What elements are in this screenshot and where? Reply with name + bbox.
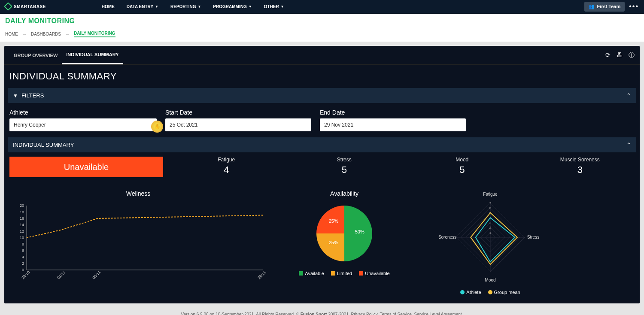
print-icon[interactable]: 🖶 bbox=[617, 51, 623, 59]
start-date-field: Start Date bbox=[165, 109, 311, 131]
summary-body: Unavailable Fatigue 4 Stress 5 Mood 5 Mu… bbox=[4, 152, 640, 303]
breadcrumb-current: DAILY MONITORING bbox=[74, 31, 115, 37]
chevron-down-icon: ▼ bbox=[155, 5, 158, 9]
nav-reporting[interactable]: REPORTING▼ bbox=[166, 0, 205, 13]
svg-text:29/11: 29/11 bbox=[257, 270, 267, 280]
breadcrumb: HOME → DASHBOARDS → DAILY MONITORING bbox=[0, 28, 644, 42]
chevron-down-icon: ▼ bbox=[249, 5, 252, 9]
svg-text:Fatigue: Fatigue bbox=[483, 192, 498, 197]
athlete-label: Athlete bbox=[9, 109, 157, 116]
athlete-field: Athlete ✋ bbox=[9, 109, 157, 131]
svg-text:10: 10 bbox=[20, 236, 24, 240]
team-selector-button[interactable]: 👥 First Team bbox=[584, 2, 625, 12]
section-title: INDIVIDUAL SUMMARY bbox=[4, 65, 640, 88]
availability-pie-svg: 50%25%25% bbox=[301, 201, 387, 266]
end-date-label: End Date bbox=[320, 109, 466, 116]
svg-text:7: 7 bbox=[489, 201, 492, 205]
dashboard-panel: GROUP OVERVIEW INDIVIDUAL SUMMARY ⟳ 🖶 ⓘ … bbox=[4, 46, 640, 303]
svg-text:01/11: 01/11 bbox=[56, 270, 66, 280]
nav-home[interactable]: HOME bbox=[97, 0, 119, 13]
nav-data-entry[interactable]: DATA ENTRY▼ bbox=[122, 0, 163, 13]
tab-action-icons: ⟳ 🖶 ⓘ bbox=[605, 51, 635, 59]
chevron-up-icon: ⌃ bbox=[626, 142, 631, 148]
info-icon[interactable]: ⓘ bbox=[629, 51, 635, 59]
svg-text:Soreness: Soreness bbox=[438, 235, 456, 239]
chevron-down-icon: ▼ bbox=[281, 5, 284, 9]
svg-text:25%: 25% bbox=[329, 218, 338, 224]
breadcrumb-dashboards[interactable]: DASHBOARDS bbox=[31, 32, 61, 36]
metric-mood: Mood 5 bbox=[407, 157, 517, 176]
svg-text:20: 20 bbox=[20, 203, 24, 208]
summary-header[interactable]: INDIVIDUAL SUMMARY ⌃ bbox=[8, 137, 636, 152]
page-title: DAILY MONITORING bbox=[5, 17, 639, 25]
tab-individual-summary[interactable]: INDIVIDUAL SUMMARY bbox=[62, 46, 123, 64]
svg-text:12: 12 bbox=[20, 229, 24, 233]
footer: Version 6.9.06 on 10-September-2021. All… bbox=[0, 308, 644, 315]
footer-terms-link[interactable]: Terms of Service. bbox=[380, 312, 413, 315]
breadcrumb-sep: → bbox=[22, 32, 27, 36]
radar-legend: Athlete Group mean bbox=[422, 290, 559, 295]
svg-text:6: 6 bbox=[489, 206, 492, 210]
people-icon: 👥 bbox=[589, 4, 595, 9]
more-menu-icon[interactable]: ••• bbox=[629, 3, 639, 10]
svg-text:14: 14 bbox=[20, 223, 24, 227]
logo-icon bbox=[4, 2, 12, 11]
svg-text:1: 1 bbox=[489, 231, 492, 235]
topnav: HOME DATA ENTRY▼ REPORTING▼ PROGRAMMING▼… bbox=[97, 0, 289, 13]
svg-text:50%: 50% bbox=[355, 229, 365, 234]
metric-fatigue: Fatigue 4 bbox=[172, 157, 281, 176]
svg-text:18: 18 bbox=[20, 210, 24, 214]
brand-text: SMARTABASE bbox=[14, 4, 46, 9]
svg-text:2: 2 bbox=[22, 261, 24, 266]
start-date-label: Start Date bbox=[165, 109, 311, 116]
svg-text:8: 8 bbox=[22, 242, 24, 246]
breadcrumb-sep: → bbox=[65, 32, 70, 36]
wellness-line-svg: 0246810121416182028/1001/1105/1129/11 bbox=[9, 201, 267, 283]
refresh-icon[interactable]: ⟳ bbox=[605, 51, 611, 59]
svg-text:0: 0 bbox=[22, 268, 24, 272]
metric-stress: Stress 5 bbox=[290, 157, 399, 176]
topbar: SMARTABASE HOME DATA ENTRY▼ REPORTING▼ P… bbox=[0, 0, 644, 14]
end-date-input[interactable] bbox=[320, 118, 466, 131]
athlete-input[interactable] bbox=[9, 118, 157, 131]
filter-icon: ▼ bbox=[13, 93, 18, 99]
brand-logo[interactable]: SMARTABASE bbox=[5, 3, 46, 9]
svg-text:Stress: Stress bbox=[527, 235, 539, 239]
wellness-chart: Wellness 0246810121416182028/1001/1105/1… bbox=[9, 190, 267, 285]
chevron-up-icon: ⌃ bbox=[626, 92, 631, 99]
end-date-field: End Date bbox=[320, 109, 466, 131]
breadcrumb-home[interactable]: HOME bbox=[5, 32, 18, 36]
status-tile: Unavailable bbox=[9, 157, 163, 177]
filters-header[interactable]: ▼ FILTERS ⌃ bbox=[8, 88, 636, 103]
metrics-row: Unavailable Fatigue 4 Stress 5 Mood 5 Mu… bbox=[9, 157, 635, 177]
metric-soreness: Muscle Soreness 3 bbox=[526, 157, 635, 176]
svg-text:2: 2 bbox=[489, 226, 492, 230]
nav-programming[interactable]: PROGRAMMING▼ bbox=[209, 0, 256, 13]
charts-row: Wellness 0246810121416182028/1001/1105/1… bbox=[9, 190, 635, 295]
svg-text:6: 6 bbox=[22, 248, 24, 253]
footer-privacy-link[interactable]: Privacy Policy. bbox=[351, 312, 379, 315]
svg-text:25%: 25% bbox=[329, 240, 338, 245]
page-title-bar: DAILY MONITORING bbox=[0, 14, 644, 28]
svg-text:4: 4 bbox=[22, 255, 24, 259]
svg-text:05/11: 05/11 bbox=[91, 270, 101, 280]
start-date-input[interactable] bbox=[165, 118, 311, 131]
availability-legend: Available Limited Unavailable bbox=[280, 271, 409, 276]
dashboard-tabs: GROUP OVERVIEW INDIVIDUAL SUMMARY ⟳ 🖶 ⓘ bbox=[4, 46, 640, 65]
svg-text:16: 16 bbox=[20, 216, 24, 221]
filters-body: Athlete ✋ Start Date End Date bbox=[4, 103, 640, 137]
svg-text:Mood: Mood bbox=[485, 278, 495, 282]
availability-chart: Availability 50%25%25% Available Limited… bbox=[280, 190, 409, 276]
nav-other[interactable]: OTHER▼ bbox=[260, 0, 289, 13]
footer-sla-link[interactable]: Service Level Agreement. bbox=[414, 312, 463, 315]
radar-chart: 1234567FatigueStressMoodSoreness Athlete… bbox=[422, 190, 559, 295]
chevron-down-icon: ▼ bbox=[197, 5, 201, 9]
radar-svg: 1234567FatigueStressMoodSoreness bbox=[422, 190, 559, 285]
svg-text:3: 3 bbox=[489, 221, 492, 225]
tab-group-overview[interactable]: GROUP OVERVIEW bbox=[9, 47, 62, 64]
